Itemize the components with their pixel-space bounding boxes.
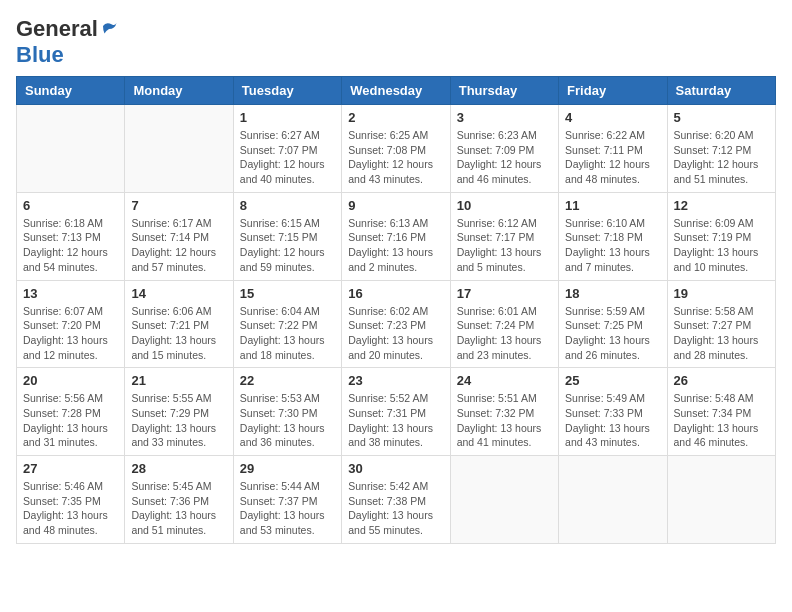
day-info: Sunrise: 6:01 AM Sunset: 7:24 PM Dayligh… [457, 304, 552, 363]
day-number: 27 [23, 461, 118, 476]
calendar-week-row: 1Sunrise: 6:27 AM Sunset: 7:07 PM Daylig… [17, 105, 776, 193]
calendar-cell [667, 456, 775, 544]
calendar-header-friday: Friday [559, 77, 667, 105]
calendar-header-thursday: Thursday [450, 77, 558, 105]
day-number: 21 [131, 373, 226, 388]
day-info: Sunrise: 6:27 AM Sunset: 7:07 PM Dayligh… [240, 128, 335, 187]
day-number: 3 [457, 110, 552, 125]
day-info: Sunrise: 5:44 AM Sunset: 7:37 PM Dayligh… [240, 479, 335, 538]
day-info: Sunrise: 6:25 AM Sunset: 7:08 PM Dayligh… [348, 128, 443, 187]
day-info: Sunrise: 5:48 AM Sunset: 7:34 PM Dayligh… [674, 391, 769, 450]
calendar-header-row: SundayMondayTuesdayWednesdayThursdayFrid… [17, 77, 776, 105]
calendar-cell [559, 456, 667, 544]
calendar-cell: 19Sunrise: 5:58 AM Sunset: 7:27 PM Dayli… [667, 280, 775, 368]
day-number: 28 [131, 461, 226, 476]
calendar-cell: 18Sunrise: 5:59 AM Sunset: 7:25 PM Dayli… [559, 280, 667, 368]
day-number: 26 [674, 373, 769, 388]
day-number: 4 [565, 110, 660, 125]
day-number: 18 [565, 286, 660, 301]
day-info: Sunrise: 6:18 AM Sunset: 7:13 PM Dayligh… [23, 216, 118, 275]
calendar-cell: 17Sunrise: 6:01 AM Sunset: 7:24 PM Dayli… [450, 280, 558, 368]
day-info: Sunrise: 6:10 AM Sunset: 7:18 PM Dayligh… [565, 216, 660, 275]
logo: General Blue [16, 16, 118, 68]
day-info: Sunrise: 5:53 AM Sunset: 7:30 PM Dayligh… [240, 391, 335, 450]
calendar-header-monday: Monday [125, 77, 233, 105]
day-number: 8 [240, 198, 335, 213]
calendar-cell: 1Sunrise: 6:27 AM Sunset: 7:07 PM Daylig… [233, 105, 341, 193]
logo-general-text: General [16, 16, 98, 42]
header: General Blue [16, 16, 776, 68]
day-info: Sunrise: 6:13 AM Sunset: 7:16 PM Dayligh… [348, 216, 443, 275]
calendar-cell: 11Sunrise: 6:10 AM Sunset: 7:18 PM Dayli… [559, 192, 667, 280]
calendar-cell: 30Sunrise: 5:42 AM Sunset: 7:38 PM Dayli… [342, 456, 450, 544]
calendar-cell: 26Sunrise: 5:48 AM Sunset: 7:34 PM Dayli… [667, 368, 775, 456]
day-info: Sunrise: 6:20 AM Sunset: 7:12 PM Dayligh… [674, 128, 769, 187]
calendar-cell: 3Sunrise: 6:23 AM Sunset: 7:09 PM Daylig… [450, 105, 558, 193]
calendar-cell [17, 105, 125, 193]
day-info: Sunrise: 6:04 AM Sunset: 7:22 PM Dayligh… [240, 304, 335, 363]
day-number: 16 [348, 286, 443, 301]
day-number: 25 [565, 373, 660, 388]
calendar-header-saturday: Saturday [667, 77, 775, 105]
day-info: Sunrise: 5:52 AM Sunset: 7:31 PM Dayligh… [348, 391, 443, 450]
day-number: 20 [23, 373, 118, 388]
calendar-cell [450, 456, 558, 544]
day-number: 7 [131, 198, 226, 213]
calendar-cell: 27Sunrise: 5:46 AM Sunset: 7:35 PM Dayli… [17, 456, 125, 544]
day-info: Sunrise: 5:56 AM Sunset: 7:28 PM Dayligh… [23, 391, 118, 450]
day-number: 6 [23, 198, 118, 213]
day-number: 22 [240, 373, 335, 388]
calendar-cell: 28Sunrise: 5:45 AM Sunset: 7:36 PM Dayli… [125, 456, 233, 544]
day-info: Sunrise: 6:07 AM Sunset: 7:20 PM Dayligh… [23, 304, 118, 363]
calendar-cell: 4Sunrise: 6:22 AM Sunset: 7:11 PM Daylig… [559, 105, 667, 193]
day-info: Sunrise: 5:51 AM Sunset: 7:32 PM Dayligh… [457, 391, 552, 450]
day-number: 30 [348, 461, 443, 476]
calendar-cell: 2Sunrise: 6:25 AM Sunset: 7:08 PM Daylig… [342, 105, 450, 193]
calendar-week-row: 20Sunrise: 5:56 AM Sunset: 7:28 PM Dayli… [17, 368, 776, 456]
day-info: Sunrise: 5:45 AM Sunset: 7:36 PM Dayligh… [131, 479, 226, 538]
logo-bird-icon [100, 20, 118, 38]
day-number: 15 [240, 286, 335, 301]
calendar-header-tuesday: Tuesday [233, 77, 341, 105]
calendar-cell: 5Sunrise: 6:20 AM Sunset: 7:12 PM Daylig… [667, 105, 775, 193]
day-number: 2 [348, 110, 443, 125]
day-info: Sunrise: 6:09 AM Sunset: 7:19 PM Dayligh… [674, 216, 769, 275]
day-number: 23 [348, 373, 443, 388]
day-number: 11 [565, 198, 660, 213]
calendar-header-sunday: Sunday [17, 77, 125, 105]
calendar-week-row: 6Sunrise: 6:18 AM Sunset: 7:13 PM Daylig… [17, 192, 776, 280]
day-info: Sunrise: 6:22 AM Sunset: 7:11 PM Dayligh… [565, 128, 660, 187]
calendar-cell: 23Sunrise: 5:52 AM Sunset: 7:31 PM Dayli… [342, 368, 450, 456]
calendar-cell: 7Sunrise: 6:17 AM Sunset: 7:14 PM Daylig… [125, 192, 233, 280]
day-info: Sunrise: 6:17 AM Sunset: 7:14 PM Dayligh… [131, 216, 226, 275]
day-number: 1 [240, 110, 335, 125]
calendar-cell: 14Sunrise: 6:06 AM Sunset: 7:21 PM Dayli… [125, 280, 233, 368]
calendar-cell: 29Sunrise: 5:44 AM Sunset: 7:37 PM Dayli… [233, 456, 341, 544]
day-number: 10 [457, 198, 552, 213]
calendar-cell: 12Sunrise: 6:09 AM Sunset: 7:19 PM Dayli… [667, 192, 775, 280]
day-number: 5 [674, 110, 769, 125]
calendar-cell [125, 105, 233, 193]
day-info: Sunrise: 6:15 AM Sunset: 7:15 PM Dayligh… [240, 216, 335, 275]
day-info: Sunrise: 5:49 AM Sunset: 7:33 PM Dayligh… [565, 391, 660, 450]
day-number: 12 [674, 198, 769, 213]
day-info: Sunrise: 5:59 AM Sunset: 7:25 PM Dayligh… [565, 304, 660, 363]
calendar-cell: 16Sunrise: 6:02 AM Sunset: 7:23 PM Dayli… [342, 280, 450, 368]
day-info: Sunrise: 5:58 AM Sunset: 7:27 PM Dayligh… [674, 304, 769, 363]
day-info: Sunrise: 5:55 AM Sunset: 7:29 PM Dayligh… [131, 391, 226, 450]
calendar-cell: 25Sunrise: 5:49 AM Sunset: 7:33 PM Dayli… [559, 368, 667, 456]
day-number: 9 [348, 198, 443, 213]
day-info: Sunrise: 5:46 AM Sunset: 7:35 PM Dayligh… [23, 479, 118, 538]
logo-blue-text: Blue [16, 42, 64, 68]
day-info: Sunrise: 6:02 AM Sunset: 7:23 PM Dayligh… [348, 304, 443, 363]
day-info: Sunrise: 6:12 AM Sunset: 7:17 PM Dayligh… [457, 216, 552, 275]
day-info: Sunrise: 5:42 AM Sunset: 7:38 PM Dayligh… [348, 479, 443, 538]
calendar-cell: 13Sunrise: 6:07 AM Sunset: 7:20 PM Dayli… [17, 280, 125, 368]
calendar-week-row: 27Sunrise: 5:46 AM Sunset: 7:35 PM Dayli… [17, 456, 776, 544]
calendar-cell: 8Sunrise: 6:15 AM Sunset: 7:15 PM Daylig… [233, 192, 341, 280]
calendar-cell: 6Sunrise: 6:18 AM Sunset: 7:13 PM Daylig… [17, 192, 125, 280]
calendar-cell: 22Sunrise: 5:53 AM Sunset: 7:30 PM Dayli… [233, 368, 341, 456]
calendar-cell: 15Sunrise: 6:04 AM Sunset: 7:22 PM Dayli… [233, 280, 341, 368]
calendar-cell: 10Sunrise: 6:12 AM Sunset: 7:17 PM Dayli… [450, 192, 558, 280]
day-number: 14 [131, 286, 226, 301]
